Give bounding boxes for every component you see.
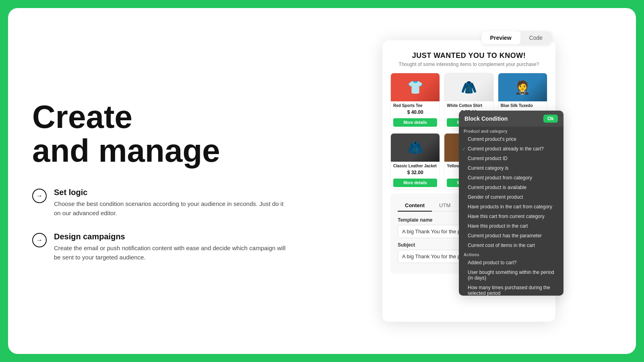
block-condition-body[interactable]: Product and category Current product's p…: [459, 127, 564, 296]
tab-content[interactable]: Content: [398, 200, 432, 212]
email-title: JUST WANTED YOU TO KNOW!: [390, 51, 547, 60]
bc-item-current-product-in-cart[interactable]: Current product already in the cart?: [459, 144, 564, 154]
bc-item-current-product-id[interactable]: Current product ID: [459, 154, 564, 163]
block-condition-ok-button[interactable]: Ok: [543, 115, 558, 123]
product-name-3: Classic Leather Jacket: [393, 164, 437, 168]
bc-item-have-cart-current-category[interactable]: Have this cart from current category: [459, 212, 564, 221]
feature-desc-set-logic: Choose the best condition scenarios acco…: [54, 200, 290, 218]
product-btn-0[interactable]: More details: [393, 118, 437, 127]
product-name-2: Blue Silk Tuxedo: [501, 103, 545, 108]
bc-item-gender-current-product[interactable]: Gender of current product: [459, 192, 564, 202]
bc-item-current-category-is[interactable]: Current category is: [459, 163, 564, 173]
left-panel: Create and manage → Set logic Choose the…: [8, 8, 314, 354]
bc-item-current-products-price[interactable]: Current product's price: [459, 134, 564, 144]
bc-item-added-product-to-cart[interactable]: Added product to cart?: [459, 258, 564, 267]
product-price-0: $ 40.00: [393, 109, 437, 115]
feature-title-set-logic: Set logic: [54, 188, 290, 197]
product-image-red-sports-tee: 👕: [391, 73, 440, 101]
feature-title-design-campaigns: Design campaigns: [54, 232, 290, 241]
feature-design-campaigns: → Design campaigns Create the email or p…: [32, 232, 290, 262]
bc-section-label-actions: Actions: [459, 250, 564, 258]
product-card-red-sports-tee: 👕 Red Sports Tee $ 40.00 More details: [390, 73, 440, 129]
product-image-white-cotton-shirt: 🧥: [444, 73, 493, 101]
bc-item-how-many-times-purchased[interactable]: How many times purchased during the sele…: [459, 283, 564, 296]
product-name-0: Red Sports Tee: [393, 103, 437, 108]
product-name-1: White Cotton Shirt: [447, 103, 491, 108]
right-panel: Preview Code JUST WANTED YOU TO KNOW! Th…: [314, 8, 636, 354]
arrow-right-icon-2: →: [32, 233, 47, 247]
feature-list: → Set logic Choose the best condition sc…: [32, 188, 290, 262]
product-price-3: $ 32.00: [393, 170, 437, 175]
product-btn-3[interactable]: More details: [393, 179, 437, 187]
product-image-blue-silk-tuxedo: 🤵: [498, 73, 547, 101]
feature-desc-design-campaigns: Create the email or push notification co…: [54, 244, 290, 262]
bc-item-products-in-cart-category[interactable]: Have products in the cart from category: [459, 202, 564, 212]
bc-item-product-has-parameter[interactable]: Current product has the parameter: [459, 231, 564, 241]
product-image-classic-leather-jacket: 🧥: [391, 134, 440, 162]
email-tabs: Preview Code: [481, 31, 551, 44]
bc-item-current-product-from-category[interactable]: Current product from category: [459, 173, 564, 183]
block-condition-header: Block Condition Ok: [459, 111, 564, 127]
tab-code[interactable]: Code: [520, 31, 551, 44]
product-card-classic-leather-jacket: 🧥 Classic Leather Jacket $ 32.00 More de…: [390, 133, 440, 189]
feature-set-logic: → Set logic Choose the best condition sc…: [32, 188, 290, 218]
email-header: JUST WANTED YOU TO KNOW! Thought of some…: [390, 51, 547, 67]
bc-item-cost-of-items[interactable]: Current cost of items in the cart: [459, 241, 564, 250]
bc-item-have-this-product-in-cart[interactable]: Have this product in the cart: [459, 221, 564, 231]
main-card: Create and manage → Set logic Choose the…: [8, 8, 636, 354]
bc-item-user-bought-within-period[interactable]: User bought something within the period …: [459, 267, 564, 283]
hero-title: Create and manage: [32, 100, 290, 168]
tab-preview[interactable]: Preview: [481, 31, 520, 44]
bc-section-label-product: Product and category: [459, 127, 564, 134]
block-condition-panel: Block Condition Ok Product and category …: [459, 111, 564, 296]
email-subtitle: Thought of some interesting items to com…: [390, 62, 547, 67]
bc-item-current-product-available[interactable]: Current product is available: [459, 183, 564, 192]
arrow-right-icon: →: [32, 189, 47, 203]
block-condition-title: Block Condition: [464, 115, 508, 122]
tab-utm[interactable]: UTM: [432, 200, 458, 212]
